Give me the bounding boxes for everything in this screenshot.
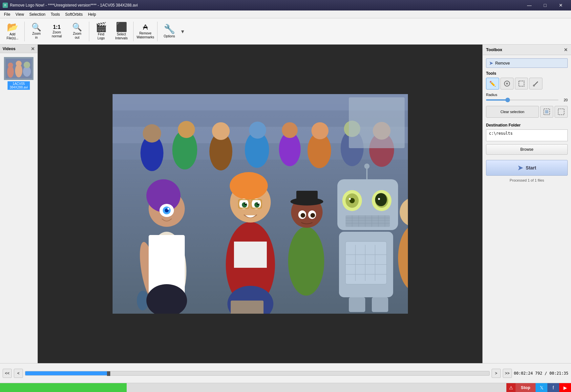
toolbox-header: Toolbox ✕ bbox=[483, 45, 571, 55]
tools-section-label: Tools bbox=[486, 71, 568, 76]
zoom-out-button[interactable]: 🔍 Zoomout bbox=[67, 20, 87, 43]
twitter-button[interactable]: 𝕏 bbox=[536, 383, 547, 392]
destination-folder-input[interactable]: c:\results bbox=[486, 129, 568, 141]
menu-selection[interactable]: Selection bbox=[27, 11, 48, 18]
videos-panel-header: Videos ✕ bbox=[0, 45, 37, 53]
progress-bar-fill bbox=[0, 383, 127, 392]
slider-track bbox=[486, 99, 508, 101]
svg-point-86 bbox=[364, 164, 370, 169]
time-display: 00:02:24 792 / 00:21:35 bbox=[514, 371, 568, 376]
stop-button[interactable]: Stop bbox=[516, 383, 536, 392]
scrubber-fill bbox=[25, 371, 109, 375]
toolbar-sep-2 bbox=[89, 22, 89, 41]
toolbar-more[interactable]: ▾ bbox=[180, 27, 185, 36]
radius-value: 20 bbox=[561, 98, 568, 102]
minimize-button[interactable]: — bbox=[522, 0, 537, 10]
window-title: Remove Logo Now! - ****Unregistered vers… bbox=[10, 3, 138, 8]
videos-panel: Videos ✕ bbox=[0, 45, 38, 363]
app-icon: R bbox=[3, 3, 8, 8]
next-button[interactable]: > bbox=[492, 369, 501, 378]
options-icon: 🔧 bbox=[164, 25, 175, 34]
radius-slider[interactable] bbox=[486, 99, 559, 101]
rewind-button[interactable]: << bbox=[3, 369, 12, 378]
zoom-in-button[interactable]: 🔍 Zoomin bbox=[27, 20, 46, 43]
title-bar: R Remove Logo Now! - ****Unregistered ve… bbox=[0, 0, 571, 10]
svg-rect-101 bbox=[519, 81, 524, 86]
slider-thumb[interactable] bbox=[505, 98, 510, 102]
deselect-button[interactable] bbox=[555, 106, 568, 118]
time-separator: / bbox=[545, 371, 549, 376]
start-label: Start bbox=[526, 165, 536, 170]
add-file-icon: 📂 bbox=[7, 23, 18, 32]
select-intervals-label: Select Intervals bbox=[112, 32, 131, 40]
brush-tool-button[interactable] bbox=[500, 78, 514, 89]
clear-selection-button[interactable]: Clear selection bbox=[486, 106, 539, 118]
video-frame bbox=[113, 94, 408, 314]
prev-button[interactable]: < bbox=[14, 369, 23, 378]
toolbox-close-button[interactable]: ✕ bbox=[564, 47, 568, 52]
toolbox-panel: Toolbox ✕ ➤ Remove Tools ✏️ bbox=[482, 45, 571, 363]
magic-wand-tool-button[interactable] bbox=[529, 78, 542, 89]
zoom-out-icon: 🔍 bbox=[72, 23, 82, 31]
youtube-button[interactable]: ▶ bbox=[559, 383, 571, 392]
close-button[interactable]: ✕ bbox=[553, 0, 568, 10]
forward-button[interactable]: >> bbox=[503, 369, 512, 378]
svg-point-20 bbox=[249, 122, 266, 139]
select-intervals-button[interactable]: ⬛ Select Intervals bbox=[112, 20, 131, 43]
status-bar: ⚠ Stop 𝕏 f ▶ bbox=[0, 383, 571, 392]
time-total: 00:21:35 bbox=[549, 371, 568, 376]
find-logo-button[interactable]: 🎬 FindLogo bbox=[91, 20, 111, 43]
svg-point-81 bbox=[375, 193, 387, 206]
svg-rect-105 bbox=[545, 110, 548, 113]
toolbar-sep-4 bbox=[157, 22, 158, 41]
video-list-item[interactable]: 1ACV05384X288.avi bbox=[8, 81, 30, 90]
svg-point-16 bbox=[178, 121, 195, 138]
svg-rect-42 bbox=[234, 242, 267, 268]
maximize-button[interactable]: □ bbox=[538, 0, 553, 10]
svg-point-52 bbox=[245, 203, 246, 204]
radius-label: Radius bbox=[486, 93, 568, 97]
svg-point-64 bbox=[301, 213, 305, 218]
video-thumb-inner bbox=[4, 57, 33, 80]
svg-rect-29 bbox=[349, 97, 405, 148]
toolbox-title: Toolbox bbox=[486, 47, 502, 52]
progress-bar-container bbox=[0, 383, 506, 392]
browse-button[interactable]: Browse bbox=[486, 144, 568, 155]
videos-panel-close[interactable]: ✕ bbox=[31, 46, 35, 51]
svg-point-84 bbox=[378, 198, 380, 200]
rect-select-tool-button[interactable] bbox=[515, 78, 528, 89]
zoom-normal-button[interactable]: 1:1 Zoomnormal bbox=[47, 20, 67, 43]
svg-point-100 bbox=[506, 83, 508, 85]
scrubber-thumb[interactable] bbox=[107, 371, 110, 376]
main-area: Videos ✕ bbox=[0, 45, 571, 363]
facebook-button[interactable]: f bbox=[547, 383, 559, 392]
menu-softorbits[interactable]: SoftOrbits bbox=[63, 11, 85, 18]
options-button[interactable]: 🔧 Options bbox=[159, 20, 179, 43]
find-logo-icon: 🎬 bbox=[95, 23, 107, 32]
remove-watermarks-button[interactable]: A RemoveWatermarks bbox=[136, 20, 155, 43]
zoom-normal-icon: 1:1 bbox=[53, 25, 60, 30]
pencil-tool-button[interactable]: ✏️ bbox=[486, 78, 499, 89]
add-file-button[interactable]: 📂 AddFile(s)... bbox=[3, 20, 22, 43]
scrubber-track[interactable] bbox=[25, 371, 490, 376]
toolbox-remove-tab[interactable]: ➤ Remove bbox=[486, 58, 568, 68]
svg-point-45 bbox=[230, 172, 268, 200]
processed-text: Processed 1 of 1 files bbox=[486, 178, 568, 182]
toolbox-content: ➤ Remove Tools ✏️ bbox=[483, 55, 571, 363]
svg-rect-75 bbox=[372, 297, 388, 312]
start-button[interactable]: ➤ Start bbox=[486, 160, 568, 176]
svg-point-103 bbox=[533, 85, 535, 87]
svg-rect-74 bbox=[349, 297, 365, 312]
menu-help[interactable]: Help bbox=[85, 11, 99, 18]
svg-point-18 bbox=[212, 122, 230, 140]
remove-watermarks-icon: A bbox=[143, 24, 148, 31]
start-arrow-icon: ➤ bbox=[518, 164, 523, 172]
menu-file[interactable]: File bbox=[1, 11, 13, 18]
svg-point-65 bbox=[310, 213, 315, 218]
select-intervals-icon: ⬛ bbox=[116, 23, 127, 32]
status-right: ⚠ Stop 𝕏 f ▶ bbox=[506, 383, 571, 392]
select-all-button[interactable] bbox=[540, 106, 553, 118]
tools-row: ✏️ bbox=[486, 78, 568, 89]
menu-view[interactable]: View bbox=[13, 11, 27, 18]
menu-tools[interactable]: Tools bbox=[48, 11, 63, 18]
